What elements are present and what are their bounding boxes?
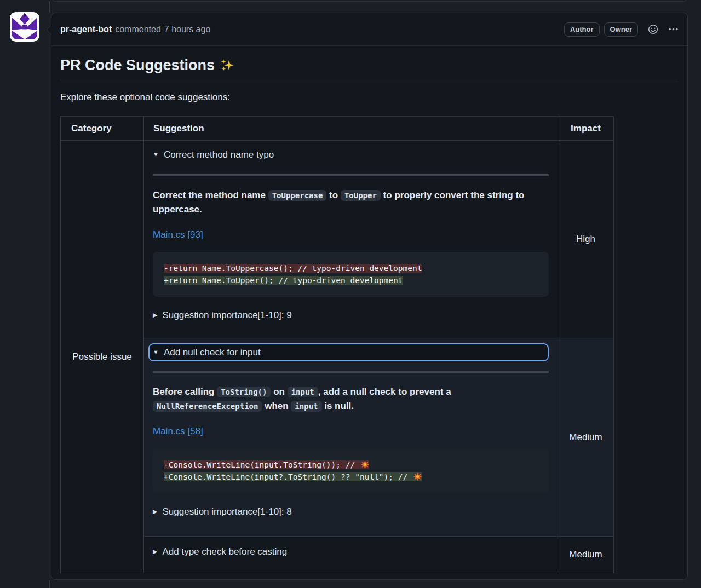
file-link[interactable]: Main.cs [58] — [153, 426, 203, 436]
disclosure-triangle-icon: ▶ — [153, 544, 157, 558]
owner-badge: Owner — [604, 22, 638, 37]
divider — [153, 174, 549, 176]
column-header-suggestion: Suggestion — [144, 117, 558, 141]
importance-1-summary[interactable]: ▶Suggestion importance[1-10]: 9 — [153, 308, 549, 322]
importance-2-details: ▶Suggestion importance[1-10]: 8 — [153, 504, 549, 519]
code-diff-block: -return Name.ToUppercase(); // typo-driv… — [153, 252, 549, 297]
table-row: ▶Add type check before casting Medium — [61, 537, 614, 573]
disclosure-triangle-icon: ▶ — [153, 504, 157, 518]
avatar[interactable] — [10, 12, 39, 42]
suggestion-cell-1: ▼Correct method name typo Correct the me… — [144, 141, 558, 338]
suggestion-3-title: Add type check before casting — [162, 546, 287, 557]
inline-code: input — [291, 401, 321, 412]
diff-deletion-line: -return Name.ToUppercase(); // typo-driv… — [164, 264, 422, 273]
suggestion-cell-3: ▶Add type check before casting — [144, 537, 558, 573]
diff-addition-line: +return Name.ToUpper(); // typo-driven d… — [164, 276, 403, 285]
suggestion-3-details: ▶Add type check before casting — [153, 544, 549, 559]
code-diff-block: -Console.WriteLine(input.ToString()); //… — [153, 448, 549, 493]
timeline-thread-line — [49, 1, 50, 13]
impact-cell-3: Medium — [558, 537, 614, 573]
importance-1-details: ▶Suggestion importance[1-10]: 9 — [153, 308, 549, 322]
divider — [153, 371, 549, 373]
impact-cell-2: Medium — [558, 338, 614, 537]
suggestion-3-summary[interactable]: ▶Add type check before casting — [153, 544, 549, 559]
diff-deletion-line: -Console.WriteLine(input.ToString()); // — [164, 460, 369, 469]
importance-2-summary[interactable]: ▶Suggestion importance[1-10]: 8 — [153, 504, 549, 519]
suggestion-1-summary[interactable]: ▼Correct method name typo — [153, 147, 549, 162]
category-cell: Possible issue — [61, 141, 144, 573]
page-title-text: PR Code Suggestions — [60, 57, 215, 73]
inline-code: input — [288, 387, 318, 397]
inline-code: NullReferenceException — [153, 401, 262, 412]
reaction-button[interactable] — [648, 24, 658, 34]
inline-code: ToString() — [217, 387, 271, 397]
inline-code: ToUpper — [341, 190, 381, 201]
comment-body: PR Code Suggestions Explore these option… — [51, 51, 687, 580]
suggestions-table: Category Suggestion Impact Possible issu… — [60, 116, 614, 573]
disclosure-triangle-icon: ▶ — [153, 308, 157, 322]
importance-1-label: Suggestion importance[1-10]: 9 — [162, 310, 291, 320]
importance-2-label: Suggestion importance[1-10]: 8 — [162, 506, 291, 517]
comment-card: pr-agent-bot commented 7 hours ago Autho… — [51, 13, 688, 580]
intro-text: Explore these optional code suggestions: — [60, 91, 679, 103]
previous-comment-edge — [51, 0, 688, 2]
suggestion-cell-2: ▼Add null check for input Before calling… — [144, 338, 558, 537]
page-title: PR Code Suggestions — [60, 51, 679, 80]
column-header-impact: Impact — [558, 117, 614, 141]
sparkles-emoji-icon — [220, 58, 234, 72]
comment-options-button[interactable] — [668, 24, 679, 34]
suggestion-1-title: Correct method name typo — [164, 149, 274, 160]
author-badge: Author — [564, 22, 600, 37]
collision-emoji-icon — [361, 460, 369, 469]
impact-cell-1: High — [558, 141, 614, 338]
kebab-icon — [668, 24, 679, 34]
author-link[interactable]: pr-agent-bot — [60, 25, 112, 34]
smiley-icon — [648, 24, 658, 34]
comment-header: pr-agent-bot commented 7 hours ago Autho… — [51, 13, 687, 46]
column-header-category: Category — [61, 117, 144, 141]
disclosure-triangle-icon: ▼ — [153, 345, 159, 359]
table-header-row: Category Suggestion Impact — [61, 117, 614, 141]
table-row: Possible issue ▼Correct method name typo… — [61, 141, 614, 338]
suggestion-2-details: ▼Add null check for input Before calling… — [153, 343, 549, 519]
suggestion-2-summary-focused[interactable]: ▼Add null check for input — [148, 343, 549, 361]
suggestion-1-description: Correct the method name ToUppercase to T… — [153, 188, 549, 217]
action-label: commented — [115, 25, 161, 34]
bot-avatar-icon — [10, 12, 39, 42]
table-row: ▼Add null check for input Before calling… — [61, 338, 614, 537]
suggestion-1-details: ▼Correct method name typo Correct the me… — [153, 147, 549, 322]
diff-addition-line: +Console.WriteLine(input?.ToString() ?? … — [164, 472, 422, 481]
timestamp-link[interactable]: 7 hours ago — [164, 25, 211, 34]
file-link[interactable]: Main.cs [93] — [153, 229, 203, 240]
disclosure-triangle-icon: ▼ — [153, 147, 159, 162]
timeline-thread-line — [49, 580, 50, 588]
suggestion-2-title: Add null check for input — [164, 347, 261, 358]
suggestion-2-description: Before calling ToString() on input, add … — [153, 385, 549, 413]
collision-emoji-icon — [413, 472, 422, 481]
inline-code: ToUppercase — [268, 190, 327, 201]
